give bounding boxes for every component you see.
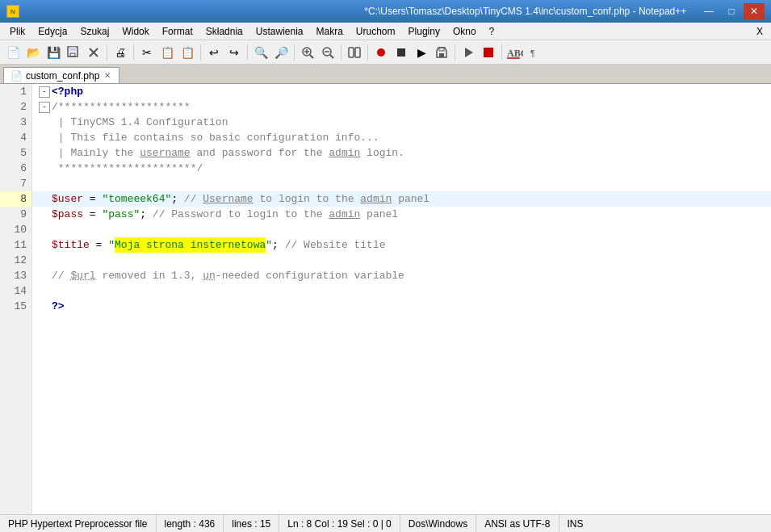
svg-line-4: [310, 55, 313, 58]
menu-makra[interactable]: Makra: [310, 24, 350, 39]
macro-play-button[interactable]: ▶: [412, 43, 431, 62]
line-num-4: 4: [0, 130, 31, 145]
comment-user: // Username to login to the admin panel: [184, 191, 429, 207]
title-bar: N *C:\Users\Tomasz\Desktop\TinyCMS 1.4\i…: [0, 0, 771, 23]
code-line-11: $title = "Moja strona insternetowa" ; //…: [32, 237, 771, 253]
toolbar-sep-4: [247, 44, 248, 61]
editor-empty-space: [32, 314, 771, 475]
line-num-6: 6: [0, 161, 31, 176]
menu-ustawienia[interactable]: Ustawienia: [249, 24, 310, 39]
replace-button[interactable]: 🔎: [271, 43, 291, 62]
menu-widok[interactable]: Widok: [115, 24, 155, 39]
window-title: *C:\Users\Tomasz\Desktop\TinyCMS 1.4\inc…: [353, 6, 699, 17]
fold-marker-1[interactable]: -: [39, 86, 50, 98]
toolbar-sep-7: [367, 44, 368, 61]
app-icon: N: [6, 5, 19, 18]
svg-rect-13: [397, 48, 405, 57]
line-num-15: 15: [0, 299, 31, 314]
menu-skladnia[interactable]: Składnia: [199, 24, 249, 39]
status-lines: lines : 15: [224, 515, 279, 532]
undo-button[interactable]: ↩: [204, 43, 224, 62]
copy-button[interactable]: 📋: [157, 43, 177, 62]
tab-close-button[interactable]: ✕: [103, 71, 112, 80]
code-line-14: [32, 283, 771, 299]
menu-bar-close[interactable]: X: [752, 26, 768, 37]
zoom-in-button[interactable]: [298, 43, 317, 62]
toolbar-sep-8: [455, 44, 455, 61]
php-open-tag: <?php: [52, 84, 83, 99]
title-bar-controls: — □ ✕: [698, 3, 765, 19]
comment-pass: // Password to login to the admin panel: [153, 207, 398, 222]
macro-record-button[interactable]: [371, 43, 391, 62]
line-numbers: 1 2 3 4 5 6 7 8 9 10 11 12 13 14 15: [0, 84, 32, 514]
code-line-13: // $url removed in 1.3, un-needed config…: [32, 268, 771, 283]
code-line-7: [32, 176, 771, 191]
macro-stop-button[interactable]: [392, 43, 411, 62]
save-button[interactable]: 💾: [44, 43, 63, 62]
save-all-button[interactable]: [64, 43, 83, 62]
tab-file-icon: 📄: [10, 70, 23, 82]
toolbar: 📄 📂 💾 🖨 ✂ 📋 📋 ↩ ↪ 🔍 🔎 ▶ AB: [0, 40, 771, 65]
close-doc-button[interactable]: [84, 43, 103, 62]
toolbar-sep-9: [501, 44, 502, 61]
close-button[interactable]: ✕: [744, 3, 765, 19]
comment-url: // $url removed in 1.3, un-needed config…: [52, 268, 404, 283]
svg-rect-18: [484, 48, 493, 57]
string-pass-val: "pass": [102, 207, 140, 222]
tab-custom-conf[interactable]: 📄 custom_conf.php ✕: [3, 67, 119, 83]
run-button[interactable]: [459, 43, 478, 62]
maximize-button[interactable]: □: [721, 3, 742, 19]
print-button[interactable]: 🖨: [111, 43, 130, 62]
line-num-2: 2: [0, 99, 31, 115]
sync-scroll-button[interactable]: [345, 43, 364, 62]
toolbar-sep-2: [133, 44, 134, 61]
menu-szukaj[interactable]: Szukaj: [73, 24, 115, 39]
redo-button[interactable]: ↪: [224, 43, 244, 62]
spell-check-button[interactable]: ABC: [505, 43, 525, 62]
menu-pluginy[interactable]: Pluginy: [402, 24, 446, 39]
status-encoding-dos: Dos\Windows: [400, 515, 476, 532]
svg-text:ABC: ABC: [507, 48, 523, 59]
code-line-15: ?>: [32, 299, 771, 314]
zoom-out-button[interactable]: [318, 43, 337, 62]
comment-line-5: | Mainly the username and password for t…: [52, 145, 404, 161]
toolbar-sep-1: [107, 44, 107, 61]
menu-help[interactable]: ?: [483, 24, 501, 39]
cut-button[interactable]: ✂: [137, 43, 157, 62]
toolbar-sep-3: [200, 44, 201, 61]
line-num-3: 3: [0, 115, 31, 130]
run-stop-button[interactable]: [479, 43, 498, 62]
open-button[interactable]: 📂: [23, 43, 43, 62]
tab-bar: 📄 custom_conf.php ✕: [0, 65, 771, 84]
find-button[interactable]: 🔍: [251, 43, 270, 62]
line-num-12: 12: [0, 253, 31, 268]
code-line-6: **********************/: [32, 161, 771, 176]
menu-edycja[interactable]: Edycja: [31, 24, 73, 39]
toolbar-sep-6: [341, 44, 342, 61]
string-title-quote1: ": [108, 237, 115, 253]
code-line-10: [32, 222, 771, 237]
special-chars-button[interactable]: ¶: [526, 43, 545, 62]
menu-uruchom[interactable]: Uruchom: [350, 24, 402, 39]
new-button[interactable]: 📄: [3, 43, 23, 62]
menu-format[interactable]: Format: [156, 24, 199, 39]
string-user-val: "tomeeek64": [102, 191, 171, 207]
line-num-13: 13: [0, 268, 31, 283]
comment-line-2: /*********************: [52, 99, 191, 115]
fold-marker-2[interactable]: -: [39, 102, 50, 113]
menu-plik[interactable]: Plik: [3, 24, 31, 39]
code-line-4: | This file contains so basic configurat…: [32, 130, 771, 145]
minimize-button[interactable]: —: [698, 3, 719, 19]
line-num-10: 10: [0, 222, 31, 237]
status-length: length : 436: [157, 515, 224, 532]
status-bar: PHP Hypertext Preprocessor file length :…: [0, 514, 771, 532]
line-num-8: 8: [0, 191, 31, 207]
code-line-12: [32, 253, 771, 268]
paste-button[interactable]: 📋: [178, 43, 197, 62]
macro-save-button[interactable]: [432, 43, 451, 62]
code-line-5: | Mainly the username and password for t…: [32, 145, 771, 161]
status-filetype: PHP Hypertext Preprocessor file: [0, 515, 157, 532]
code-area[interactable]: - <?php - /********************* | TinyC…: [32, 84, 771, 514]
menu-okno[interactable]: Okno: [446, 24, 483, 39]
status-encoding: ANSI as UTF-8: [476, 515, 559, 532]
